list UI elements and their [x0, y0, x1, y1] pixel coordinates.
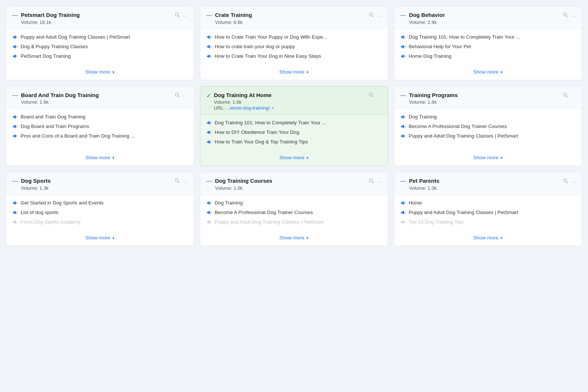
show-more-button-pet-parents[interactable]: Show more ▾ [473, 235, 503, 240]
list-item: Dog Training 101: How to Completely Trai… [206, 120, 382, 126]
search-icon-btn-petsmart-dog-training[interactable] [175, 12, 180, 19]
ad-megaphone-icon [12, 124, 18, 129]
show-more-button-dog-training-courses[interactable]: Show more ▾ [279, 235, 309, 240]
card-footer-pet-parents: Show more ▾ [394, 232, 582, 246]
list-item-text: Pros and Cons of a Board and Train Dog T… [21, 133, 135, 139]
menu-icon-btn-dog-training-at-home[interactable]: ··· [377, 92, 382, 99]
list-item-text: Dog Training 101: How to Completely Trai… [409, 34, 520, 40]
search-icon-btn-dog-sports[interactable] [175, 178, 180, 185]
list-item-text: Become A Professional Dog Trainer Course… [215, 210, 313, 215]
ad-megaphone-icon [206, 200, 212, 206]
card-header-dog-training-at-home: ✓Dog Training At HomeVolume: 1.6kURL: ..… [200, 86, 388, 115]
card-header-crate-training: —Crate TrainingVolume: 6.6k··· [200, 6, 388, 29]
list-item-text: Dog Board and Train Programs [21, 124, 89, 129]
show-more-button-training-programs[interactable]: Show more ▾ [473, 155, 503, 160]
ad-megaphone-icon [12, 34, 18, 40]
minus-icon: — [400, 178, 406, 185]
ad-megaphone-icon [12, 200, 18, 206]
card-footer-dog-behavior: Show more ▾ [394, 66, 582, 80]
ad-megaphone-icon [206, 44, 212, 50]
menu-icon-btn-board-and-train[interactable]: ··· [183, 92, 188, 99]
show-more-button-dog-training-at-home[interactable]: Show more ▾ [279, 155, 309, 160]
search-icon-btn-dog-behavior[interactable] [563, 12, 568, 19]
list-item-text: Home [409, 200, 422, 206]
list-item-text: Dog Training [215, 200, 243, 206]
card-body-dog-behavior: Dog Training 101: How to Completely Trai… [394, 29, 582, 66]
menu-icon-btn-petsmart-dog-training[interactable]: ··· [183, 13, 188, 19]
card-body-dog-sports: Get Started in Dog Sports and EventsList… [6, 195, 194, 232]
menu-icon-btn-pet-parents[interactable]: ··· [571, 178, 576, 185]
ad-megaphone-icon [206, 129, 212, 135]
ad-megaphone-icon [206, 219, 212, 225]
svg-line-15 [372, 182, 374, 183]
card-url-dog-training-at-home: URL: ...ience-dog-training/ ↗ [214, 105, 274, 111]
card-header-icons-dog-behavior: ··· [563, 12, 576, 19]
card-footer-training-programs: Show more ▾ [394, 152, 582, 165]
list-item: Fenzi Dog Sports Academy [12, 219, 188, 225]
card-title-pet-parents: Pet Parents [409, 177, 440, 185]
ad-megaphone-icon [12, 219, 18, 225]
menu-icon-btn-dog-behavior[interactable]: ··· [571, 13, 576, 19]
search-icon-btn-pet-parents[interactable] [563, 178, 568, 185]
card-header-icons-crate-training: ··· [369, 12, 382, 19]
card-header-icons-dog-training-courses: ··· [369, 178, 382, 185]
menu-icon-btn-training-programs[interactable]: ··· [571, 92, 576, 99]
card-header-left-board-and-train: —Board And Train Dog TrainingVolume: 1.6… [12, 92, 99, 105]
show-more-button-petsmart-dog-training[interactable]: Show more ▾ [85, 69, 115, 75]
menu-icon-btn-crate-training[interactable]: ··· [377, 13, 382, 19]
card-dog-sports: —Dog SportsVolume: 1.3k···Get Started in… [6, 172, 194, 246]
ad-megaphone-icon [400, 53, 406, 59]
menu-icon-btn-dog-training-courses[interactable]: ··· [377, 178, 382, 185]
search-icon-btn-training-programs[interactable] [563, 92, 568, 99]
search-icon-btn-crate-training[interactable] [369, 12, 374, 19]
show-more-button-crate-training[interactable]: Show more ▾ [279, 69, 309, 75]
ad-megaphone-icon [206, 34, 212, 40]
ad-megaphone-icon [12, 44, 18, 50]
menu-icon-btn-dog-sports[interactable]: ··· [183, 178, 188, 185]
card-body-training-programs: Dog TrainingBecome A Professional Dog Tr… [394, 109, 582, 152]
list-item: Board and Train Dog Training [12, 114, 188, 120]
chevron-down-icon: ▾ [501, 70, 503, 74]
svg-line-9 [372, 96, 374, 97]
list-item-text: Get Started in Dog Sports and Events [21, 200, 104, 206]
list-item: Dog Training [206, 200, 382, 206]
card-training-programs: —Training ProgramsVolume: 1.6k···Dog Tra… [394, 86, 582, 166]
show-more-button-dog-behavior[interactable]: Show more ▾ [473, 69, 503, 75]
search-icon-btn-board-and-train[interactable] [175, 92, 180, 99]
url-link-dog-training-at-home[interactable]: ...ience-dog-training/ ↗ [226, 105, 274, 111]
list-item: Puppy and Adult Dog Training Classes | P… [206, 219, 382, 225]
list-item: Home Dog Training [400, 53, 576, 59]
list-item: Dog Training 101: How to Completely Trai… [400, 34, 576, 40]
show-more-button-dog-sports[interactable]: Show more ▾ [85, 235, 115, 240]
chevron-down-icon: ▾ [112, 70, 115, 74]
svg-line-3 [372, 16, 374, 17]
check-icon: ✓ [206, 92, 211, 99]
list-item: Pros and Cons of a Board and Train Dog T… [12, 133, 188, 139]
list-item: Puppy and Adult Dog Training Classes | P… [12, 34, 188, 40]
card-footer-dog-training-at-home: Show more ▾ [200, 152, 388, 165]
ad-megaphone-icon [12, 210, 18, 215]
list-item-text: Dog Training [409, 114, 437, 120]
minus-icon: — [12, 178, 18, 185]
ad-megaphone-icon [206, 120, 212, 126]
show-more-button-board-and-train[interactable]: Show more ▾ [85, 155, 115, 160]
svg-line-5 [566, 16, 568, 17]
card-pet-parents: —Pet ParentsVolume: 1.0k···HomePuppy and… [394, 172, 582, 246]
card-volume-board-and-train: Volume: 1.6k [21, 99, 99, 105]
card-title-dog-sports: Dog Sports [21, 177, 51, 185]
card-header-left-petsmart-dog-training: —Petsmart Dog TrainingVolume: 18.1k [12, 11, 80, 25]
list-item: Puppy and Adult Dog Training Classes | P… [400, 133, 576, 139]
search-icon-btn-dog-training-courses[interactable] [369, 178, 374, 185]
card-header-left-dog-training-at-home: ✓Dog Training At HomeVolume: 1.6kURL: ..… [206, 92, 274, 111]
list-item: How to Crate Train Your Dog in Nine Easy… [206, 53, 382, 59]
card-footer-dog-training-courses: Show more ▾ [200, 232, 388, 246]
list-item-text: Become A Professional Dog Trainer Course… [409, 124, 507, 129]
svg-line-11 [566, 96, 568, 97]
search-icon-btn-dog-training-at-home[interactable] [369, 92, 374, 99]
title-block-pet-parents: Pet ParentsVolume: 1.0k [409, 177, 440, 191]
card-title-dog-training-at-home: Dog Training At Home [214, 92, 274, 99]
list-item: Behavioral Help for Your Pet [400, 44, 576, 50]
title-block-dog-training-at-home: Dog Training At HomeVolume: 1.6kURL: ...… [214, 92, 274, 111]
list-item-text: Dog Training 101: How to Completely Trai… [215, 120, 326, 125]
card-volume-training-programs: Volume: 1.6k [409, 99, 458, 105]
